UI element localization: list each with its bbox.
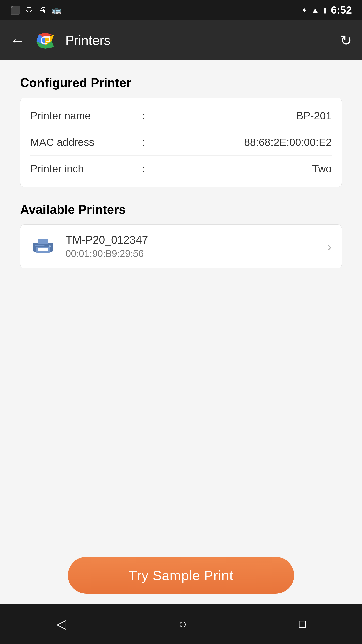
configured-printer-title: Configured Printer <box>20 75 342 90</box>
chevron-right-icon[interactable]: › <box>327 238 332 255</box>
printer-icon-wrapper <box>30 236 56 257</box>
bus-icon: 🚌 <box>51 5 61 15</box>
status-bar-left: ⬛ 🛡 🖨 🚌 <box>10 5 61 15</box>
app-bar-title: Printers <box>65 33 333 48</box>
app-logo <box>33 30 58 50</box>
back-button[interactable]: ← <box>10 32 25 49</box>
mac-address-colon: : <box>136 136 151 148</box>
home-nav-icon[interactable]: ○ <box>179 616 187 631</box>
printer-list-info: TM-P20_012347 00:01:90:B9:29:56 <box>66 234 327 259</box>
app-bar: ← Printers ↻ <box>0 20 362 60</box>
status-time: 6:52 <box>331 4 352 16</box>
bluetooth-icon: ✦ <box>301 6 307 15</box>
printer-list-icon <box>32 237 54 256</box>
svg-point-4 <box>49 245 51 247</box>
printer-list-mac: 00:01:90:B9:29:56 <box>66 248 327 259</box>
svg-rect-5 <box>35 245 45 246</box>
status-bar: ⬛ 🛡 🖨 🚌 ✦ ▲ ▮ 6:52 <box>0 0 362 20</box>
printer-info-card: Printer name : BP-201 MAC address : 88:6… <box>20 98 342 187</box>
shield-icon: 🛡 <box>25 6 33 15</box>
printer-name-value: BP-201 <box>151 110 332 122</box>
mac-address-value: 88:68:2E:00:00:E2 <box>151 136 332 148</box>
recents-nav-icon[interactable]: □ <box>299 618 306 630</box>
mac-address-label: MAC address <box>30 136 136 148</box>
battery-icon: ▮ <box>323 6 327 14</box>
printer-inch-row: Printer inch : Two <box>30 156 332 182</box>
svg-rect-3 <box>38 239 48 244</box>
mac-address-row: MAC address : 88:68:2E:00:00:E2 <box>30 129 332 156</box>
print-status-icon: 🖨 <box>38 6 46 15</box>
printer-inch-colon: : <box>136 163 151 175</box>
sample-print-button[interactable]: Try Sample Print <box>68 557 294 594</box>
wifi-icon: ▲ <box>311 6 319 14</box>
printer-inch-label: Printer inch <box>30 163 136 175</box>
available-printer-item[interactable]: TM-P20_012347 00:01:90:B9:29:56 › <box>20 224 342 268</box>
printer-name-colon: : <box>136 110 151 122</box>
status-bar-right: ✦ ▲ ▮ 6:52 <box>301 4 352 16</box>
main-content: Configured Printer Printer name : BP-201… <box>0 60 362 284</box>
refresh-button[interactable]: ↻ <box>340 32 352 49</box>
bottom-nav: ◁ ○ □ <box>0 604 362 644</box>
g-logo-icon <box>34 31 57 49</box>
bottom-area: Try Sample Print <box>0 557 362 594</box>
available-printers-title: Available Printers <box>20 202 342 217</box>
printer-inch-value: Two <box>151 163 332 175</box>
back-nav-icon[interactable]: ◁ <box>56 616 66 631</box>
svg-rect-2 <box>38 248 48 251</box>
printer-list-name: TM-P20_012347 <box>66 234 327 246</box>
printer-name-row: Printer name : BP-201 <box>30 103 332 129</box>
printer-name-label: Printer name <box>30 110 136 122</box>
notification-icon: ⬛ <box>10 5 20 15</box>
